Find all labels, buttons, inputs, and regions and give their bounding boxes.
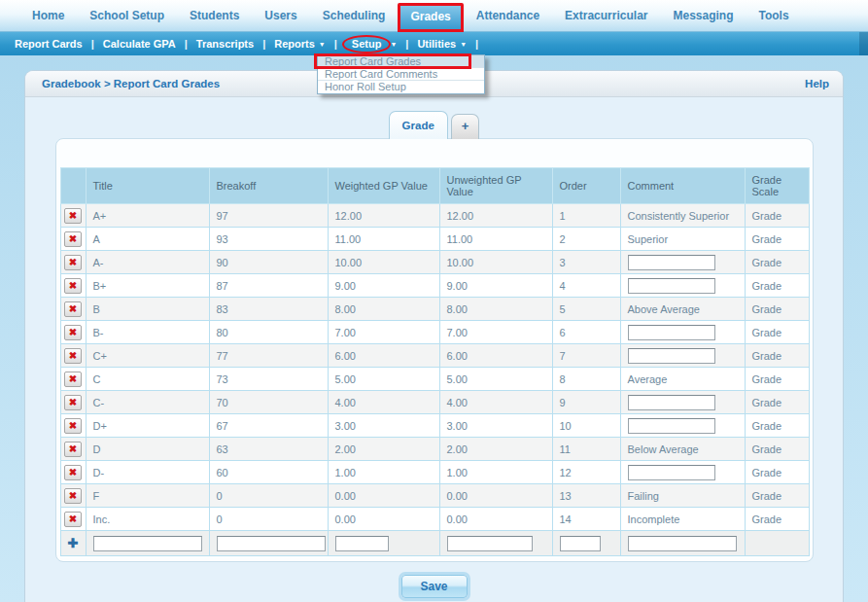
- cell-order: 10: [552, 414, 620, 438]
- plus-icon: ✚: [68, 536, 79, 550]
- cell-delete: ✖: [60, 414, 86, 438]
- subnav-item-calculate-gpa[interactable]: Calculate GPA: [98, 38, 181, 50]
- new-breakoff-input[interactable]: [217, 536, 326, 551]
- cell-title: B-: [86, 321, 209, 344]
- menu-item-honor-roll-setup[interactable]: Honor Roll Setup: [318, 81, 484, 93]
- cell-breakoff: 80: [209, 321, 328, 344]
- delete-x-icon: ✖: [69, 327, 77, 337]
- delete-row-button[interactable]: ✖: [64, 208, 82, 224]
- nav-item-extracurricular[interactable]: Extracurricular: [552, 9, 660, 22]
- tab-grade[interactable]: Grade: [389, 111, 448, 139]
- help-link[interactable]: Help: [805, 78, 829, 89]
- delete-row-button[interactable]: ✖: [64, 348, 82, 364]
- comment-input-row-12[interactable]: [628, 465, 715, 480]
- delete-x-icon: ✖: [69, 303, 77, 314]
- subnav-item-utilities[interactable]: Utilities▼: [412, 38, 471, 50]
- cell-title: D-: [86, 461, 209, 484]
- delete-x-icon: ✖: [69, 490, 77, 501]
- cell-comment: Below Average: [620, 438, 745, 461]
- new-comment-input[interactable]: [628, 536, 737, 551]
- subnav-item-reports[interactable]: Reports▼: [269, 38, 330, 50]
- nav-item-students[interactable]: Students: [177, 9, 252, 22]
- add-row: ✚: [60, 531, 809, 556]
- comment-input-row-9[interactable]: [628, 395, 715, 410]
- cell-breakoff: 83: [209, 298, 328, 321]
- cell-order: 11: [552, 438, 620, 461]
- delete-x-icon: ✖: [69, 350, 77, 361]
- cell-unweighted-gp: 7.00: [439, 321, 552, 344]
- delete-row-button[interactable]: ✖: [64, 301, 82, 317]
- column-header-breakoff: Breakoff: [209, 168, 328, 204]
- delete-row-button[interactable]: ✖: [64, 255, 82, 270]
- column-header-order: Order: [552, 168, 620, 204]
- new-unweighted-gp-input[interactable]: [447, 536, 533, 551]
- cell-delete: ✖: [60, 508, 86, 531]
- cell-order: 3: [552, 251, 620, 274]
- nav-item-grades[interactable]: Grades: [398, 3, 463, 32]
- delete-row-button[interactable]: ✖: [64, 395, 82, 410]
- delete-x-icon: ✖: [69, 443, 77, 454]
- delete-row-button[interactable]: ✖: [64, 372, 82, 387]
- nav-item-users[interactable]: Users: [252, 9, 309, 22]
- plus-icon: +: [462, 119, 469, 133]
- subnav-item-report-cards[interactable]: Report Cards: [10, 38, 87, 50]
- delete-x-icon: ✖: [69, 257, 77, 267]
- subnav-item-transcripts[interactable]: Transcripts: [191, 38, 259, 50]
- delete-row-button[interactable]: ✖: [64, 325, 82, 340]
- comment-input-row-4[interactable]: [628, 278, 715, 294]
- cell-comment: Above Average: [620, 298, 745, 321]
- delete-row-button[interactable]: ✖: [64, 418, 82, 434]
- nav-item-attendance[interactable]: Attendance: [464, 9, 552, 22]
- delete-row-button[interactable]: ✖: [64, 231, 82, 247]
- nav-item-school-setup[interactable]: School Setup: [77, 9, 177, 22]
- menu-item-report-card-grades[interactable]: Report Card Grades: [318, 55, 484, 68]
- column-header-weighted-gp-value: Weighted GP Value: [328, 168, 439, 204]
- delete-x-icon: ✖: [69, 420, 77, 431]
- annotation-box: [314, 53, 471, 69]
- cell-order: 9: [552, 391, 620, 414]
- cell-weighted-gp: 9.00: [328, 274, 439, 298]
- cell-title: A+: [86, 204, 209, 228]
- new-order-input[interactable]: [560, 536, 601, 551]
- subnav-item-setup[interactable]: Setup▼: [341, 38, 402, 51]
- cell-comment: [620, 251, 745, 274]
- delete-row-button[interactable]: ✖: [64, 442, 82, 457]
- cell-weighted-gp: 2.00: [328, 438, 439, 461]
- cell-comment: [620, 321, 745, 344]
- delete-row-button[interactable]: ✖: [64, 488, 82, 504]
- cell-weighted-gp: 1.00: [328, 461, 439, 484]
- nav-item-tools[interactable]: Tools: [746, 9, 802, 22]
- nav-item-messaging[interactable]: Messaging: [660, 9, 746, 22]
- table-row: ✖F00.000.0013FailingGrade: [60, 484, 809, 508]
- comment-input-row-7[interactable]: [628, 348, 715, 364]
- comment-input-row-10[interactable]: [628, 418, 715, 434]
- tab-strip: Grade +: [25, 110, 843, 139]
- cell-grade-scale: Grade: [745, 508, 809, 531]
- delete-row-button[interactable]: ✖: [64, 278, 82, 294]
- new-weighted-gp-input[interactable]: [335, 536, 389, 551]
- menu-item-report-card-comments[interactable]: Report Card Comments: [318, 68, 484, 81]
- column-header-title: Title: [86, 168, 209, 204]
- separator: |: [471, 38, 482, 50]
- add-row-button[interactable]: ✚: [64, 535, 82, 551]
- new-title-input[interactable]: [93, 536, 202, 551]
- cell-breakoff: 0: [209, 484, 328, 508]
- save-button[interactable]: Save: [401, 575, 468, 598]
- comment-input-row-6[interactable]: [628, 325, 715, 340]
- cell-weighted-gp: 7.00: [328, 321, 439, 344]
- cell-delete: ✖: [60, 204, 86, 228]
- delete-row-button[interactable]: ✖: [64, 465, 82, 480]
- delete-row-button[interactable]: ✖: [64, 512, 82, 527]
- nav-item-home[interactable]: Home: [19, 9, 77, 22]
- cell-new-grade-scale: [745, 531, 809, 556]
- cell-order: 1: [552, 204, 620, 228]
- save-bar: Save: [25, 575, 843, 598]
- cell-delete: ✖: [60, 344, 86, 368]
- cell-breakoff: 60: [209, 461, 328, 484]
- cell-weighted-gp: 0.00: [328, 508, 439, 531]
- nav-item-scheduling[interactable]: Scheduling: [310, 9, 399, 22]
- comment-input-row-3[interactable]: [628, 255, 715, 270]
- cell-unweighted-gp: 6.00: [439, 344, 552, 368]
- cell-title: B: [86, 298, 209, 321]
- add-tab-button[interactable]: +: [451, 114, 480, 139]
